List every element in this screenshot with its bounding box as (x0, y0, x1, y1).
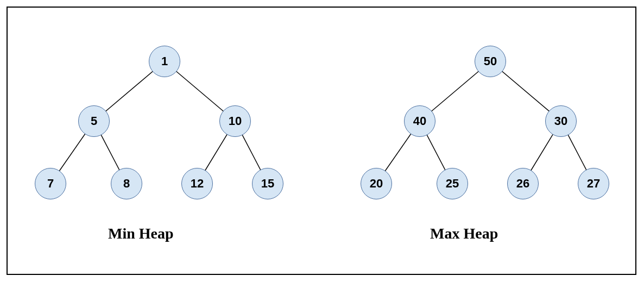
heap-node: 1 (149, 46, 180, 77)
node-value: 7 (47, 177, 54, 191)
heap-node: 40 (404, 105, 435, 137)
node-value: 27 (587, 177, 600, 191)
node-value: 50 (484, 54, 497, 68)
node-value: 26 (516, 177, 529, 191)
min-heap-caption: Min Heap (108, 225, 174, 242)
node-value: 25 (446, 177, 459, 191)
heap-node: 50 (475, 46, 506, 77)
node-value: 40 (413, 114, 426, 128)
node-value: 1 (161, 54, 168, 68)
heap-node: 25 (437, 168, 468, 199)
node-value: 8 (123, 177, 130, 191)
node-value: 20 (370, 177, 383, 191)
node-value: 5 (91, 114, 97, 128)
max-heap-caption: Max Heap (430, 225, 498, 242)
node-value: 12 (191, 177, 204, 191)
node-value: 30 (554, 114, 567, 128)
heap-node: 27 (578, 168, 609, 199)
heap-node: 8 (111, 168, 142, 199)
diagram-frame: 1 5 10 7 8 12 15 50 40 30 20 25 26 27 Mi… (7, 7, 636, 275)
heap-node: 7 (35, 168, 66, 199)
node-value: 15 (261, 177, 274, 191)
heap-node: 12 (181, 168, 213, 199)
heap-node: 26 (507, 168, 539, 199)
heap-node: 5 (78, 105, 110, 137)
heap-node: 30 (545, 105, 577, 137)
heap-node: 15 (252, 168, 283, 199)
heap-node: 20 (361, 168, 392, 199)
heap-node: 10 (219, 105, 251, 137)
node-value: 10 (229, 114, 242, 128)
